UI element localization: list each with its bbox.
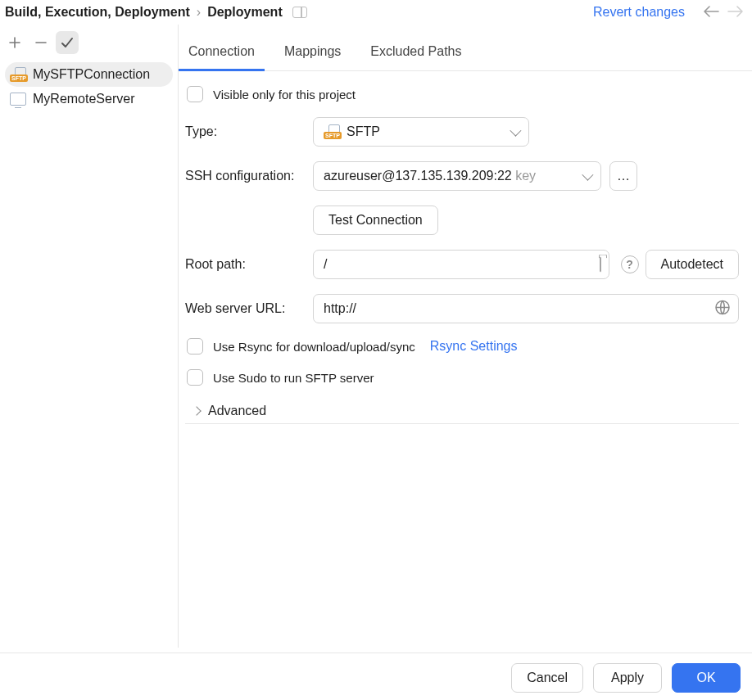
browse-folder-icon[interactable] xyxy=(600,258,601,272)
rsync-settings-link[interactable]: Rsync Settings xyxy=(430,339,518,354)
root-path-value: / xyxy=(324,257,327,272)
apply-button[interactable]: Apply xyxy=(593,663,662,693)
breadcrumb: Build, Execution, Deployment › Deploymen… xyxy=(5,5,283,20)
tab-mappings[interactable]: Mappings xyxy=(279,39,346,70)
type-label: Type: xyxy=(185,124,306,139)
ssh-config-more-button[interactable]: … xyxy=(609,161,637,191)
open-url-icon[interactable] xyxy=(714,300,731,318)
ssh-config-suffix: key xyxy=(515,169,536,183)
tab-excluded-paths[interactable]: Excluded Paths xyxy=(365,39,466,70)
help-icon[interactable]: ? xyxy=(621,255,639,273)
advanced-section-toggle[interactable]: Advanced xyxy=(185,400,739,418)
deployment-tabs: Connection Mappings Excluded Paths xyxy=(180,25,752,71)
sftp-icon: SFTP xyxy=(10,67,26,82)
breadcrumb-separator: › xyxy=(197,5,201,20)
autodetect-button[interactable]: Autodetect xyxy=(646,250,740,279)
type-value: SFTP xyxy=(347,124,380,139)
breadcrumb-page: Deployment xyxy=(207,5,283,20)
advanced-label: Advanced xyxy=(208,404,266,418)
web-url-value: http:// xyxy=(324,301,356,316)
nav-forward-icon[interactable] xyxy=(727,6,744,20)
web-url-label: Web server URL: xyxy=(185,301,306,316)
chevron-down-icon xyxy=(510,125,521,137)
sftp-icon: SFTP xyxy=(324,124,340,139)
deployment-sidebar: SFTP MySFTPConnection MyRemoteServer xyxy=(0,25,179,648)
visible-only-checkbox[interactable] xyxy=(187,86,203,102)
ok-button[interactable]: OK xyxy=(672,663,741,693)
set-default-button[interactable] xyxy=(56,31,79,54)
breadcrumb-group[interactable]: Build, Execution, Deployment xyxy=(5,5,190,20)
divider xyxy=(185,423,739,424)
add-server-button[interactable] xyxy=(3,31,26,54)
root-path-label: Root path: xyxy=(185,257,306,272)
revert-changes-link[interactable]: Revert changes xyxy=(593,5,685,20)
type-select[interactable]: SFTP SFTP xyxy=(313,117,529,147)
server-item-label: MySFTPConnection xyxy=(33,67,150,82)
server-item-myremoteserver[interactable]: MyRemoteServer xyxy=(5,87,173,111)
cancel-button[interactable]: Cancel xyxy=(511,663,583,693)
open-in-new-window-icon[interactable] xyxy=(292,7,307,18)
chevron-right-icon xyxy=(192,406,201,415)
host-icon xyxy=(10,93,26,106)
ssh-config-label: SSH configuration: xyxy=(185,169,306,183)
ssh-config-select[interactable]: azureuser@137.135.139.209:22 key xyxy=(313,161,601,191)
visible-only-label: Visible only for this project xyxy=(213,88,356,102)
server-item-mysftpconnection[interactable]: SFTP MySFTPConnection xyxy=(5,62,173,87)
use-rsync-label: Use Rsync for download/upload/sync xyxy=(213,340,415,354)
use-sudo-checkbox[interactable] xyxy=(187,369,203,386)
remove-server-button[interactable] xyxy=(29,31,52,54)
server-item-label: MyRemoteServer xyxy=(33,92,134,106)
use-rsync-checkbox[interactable] xyxy=(187,338,203,355)
use-sudo-label: Use Sudo to run SFTP server xyxy=(213,371,374,385)
chevron-down-icon xyxy=(582,169,593,181)
root-path-input[interactable]: / xyxy=(313,250,609,279)
tab-connection[interactable]: Connection xyxy=(183,39,260,70)
nav-back-icon[interactable] xyxy=(703,6,719,20)
web-url-input[interactable]: http:// xyxy=(313,294,739,323)
ssh-config-value: azureuser@137.135.139.209:22 xyxy=(324,169,512,183)
test-connection-button[interactable]: Test Connection xyxy=(313,205,438,235)
dialog-footer: Cancel Apply OK xyxy=(0,653,752,700)
